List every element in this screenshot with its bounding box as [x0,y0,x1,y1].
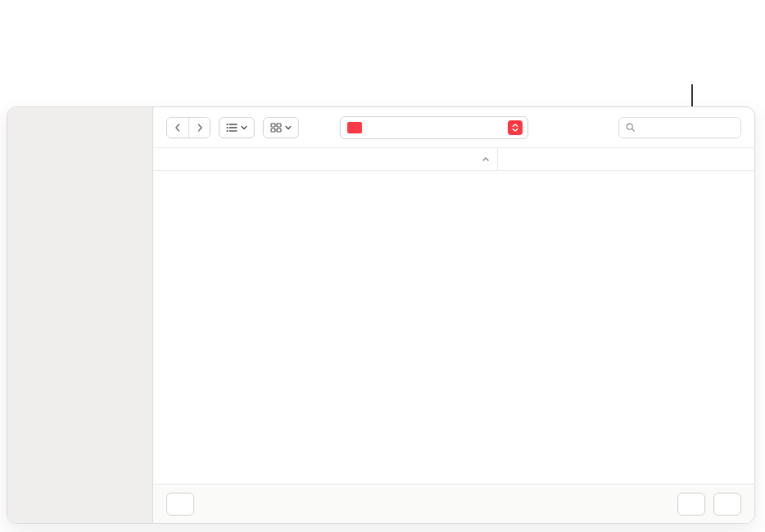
svg-point-3 [227,124,229,125]
column-name[interactable] [153,156,497,163]
svg-point-5 [227,130,229,132]
choose-button[interactable] [713,493,741,516]
toolbar [153,107,754,148]
back-button[interactable] [167,118,188,138]
dialog-footer [153,484,754,523]
search-input[interactable] [640,121,734,133]
music-folder-icon [347,122,362,133]
svg-rect-8 [271,128,275,132]
location-picker[interactable] [340,116,528,139]
svg-rect-7 [277,124,281,127]
column-kind[interactable] [497,148,754,170]
chevron-down-icon [241,124,247,131]
file-chooser-window [7,106,755,524]
search-icon [626,122,635,133]
svg-rect-9 [277,128,281,132]
column-header [153,148,754,171]
sort-indicator-icon [482,156,489,163]
sidebar [7,107,153,523]
grid-icon [270,123,282,133]
svg-rect-6 [271,124,275,127]
new-folder-button[interactable] [166,493,194,516]
svg-point-4 [227,127,229,128]
group-button[interactable] [263,117,299,138]
file-list [153,171,754,484]
search-field[interactable] [618,117,741,138]
nav-button-group [166,117,210,138]
main-pane [153,107,754,523]
list-icon [226,123,238,133]
chevron-right-icon [196,124,204,132]
svg-line-11 [631,128,634,131]
forward-button[interactable] [188,118,210,138]
cancel-button[interactable] [677,493,705,516]
chevron-down-icon [285,124,292,131]
chevron-left-icon [174,124,182,132]
location-dropdown-icon [508,120,523,135]
view-list-button[interactable] [219,117,255,138]
